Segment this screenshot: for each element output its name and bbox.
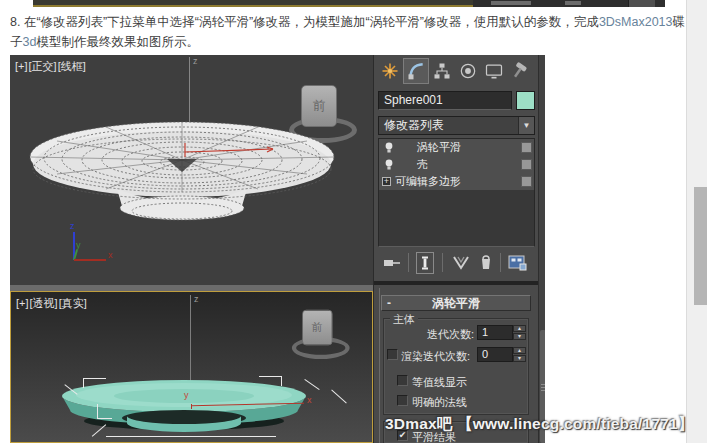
spinner-up-icon[interactable]: ▴ [513,325,526,332]
spinner-down-icon[interactable]: ▾ [513,333,526,340]
main-group: 主体 迭代次数: 1 ▴ ▾ 渲染迭代次数: 0 ▴ ▾ 等值线显 [383,318,529,415]
viewport-pov-menu[interactable]: [正交] [29,60,57,72]
isoline-display-checkbox[interactable] [397,375,408,386]
tab-display[interactable] [481,58,507,84]
iterations-spinner[interactable]: ▴ ▾ [513,325,526,340]
browser-scrollbar-thumb[interactable] [694,187,707,305]
axis-y-label: y [76,240,81,250]
utilities-icon [510,61,530,81]
step-text: 模型制作最终效果如图所示。 [36,35,199,49]
viewport-label: [+][正交][线框] [15,59,87,74]
stack-row-shell[interactable]: 壳 [379,156,534,173]
make-unique-icon[interactable] [452,255,470,271]
hierarchy-icon [432,61,452,81]
selection-bracket [106,436,276,437]
watermark: 3Dmax吧 【www.linecg.com/tieba/1771】 [385,414,675,435]
remove-modifier-icon[interactable] [478,254,494,271]
lightbulb-icon[interactable] [384,159,394,171]
stack-toolbar [378,251,535,275]
tutorial-step-text: 8. 在“修改器列表”下拉菜单中选择“涡轮平滑”修改器，为模型施加“涡轮平滑”修… [10,13,692,52]
selection-bracket [331,389,347,403]
tab-hierarchy[interactable] [429,58,455,84]
render-iterations-spinner[interactable]: ▴ ▾ [513,347,526,362]
render-iterations-checkbox[interactable] [387,349,398,360]
modify-icon [406,61,426,81]
step-text-latin: 3DsMa [599,15,639,29]
z-axis-label: z [193,56,198,66]
rollout-title: 涡轮平滑 [432,296,480,310]
collapse-icon[interactable]: - [387,296,391,310]
modifier-name: 涡轮平滑 [417,139,461,156]
selection-bracket [259,376,282,386]
modifier-name: 可编辑多边形 [395,173,461,190]
previous-viewport-edge [33,0,473,7]
chevron-down-icon[interactable]: ▼ [518,117,534,134]
viewport-perspective[interactable]: [+][透视][真实] z 前 [10,291,373,443]
expand-icon[interactable]: + [382,177,391,186]
configure-modifier-sets-icon[interactable] [508,254,527,271]
selection-bracket [83,378,106,388]
pin-stack-icon[interactable] [382,256,402,270]
render-iterations-field[interactable]: 0 [477,347,513,362]
isoline-display-label: 等值线显示 [412,375,467,390]
spinner-down-icon[interactable]: ▾ [513,355,526,362]
stack-toggle[interactable] [521,142,532,153]
iterations-field[interactable]: 1 [477,325,513,340]
viewport-orthographic[interactable]: [+][正交][线框] z 前 [10,55,373,285]
panel-scrollbar[interactable] [538,55,545,443]
object-name-field[interactable]: Sphere001 [378,91,512,110]
stack-toggle[interactable] [521,159,532,170]
selection-bracket [97,404,112,419]
viewport-label: [+][透视][真实] [16,296,88,311]
stack-toggle[interactable] [521,176,532,187]
display-icon [484,61,504,81]
iterations-label: 迭代次数: [386,327,474,342]
3dsmax-screenshot: [+][正交][线框] z 前 [10,55,545,443]
viewcube[interactable]: 前 [291,308,345,361]
gizmo-y-label: y [184,390,189,400]
viewport-general-menu[interactable]: [+] [16,297,29,309]
tab-motion[interactable] [455,58,481,84]
browser-scrollbar[interactable] [686,0,707,443]
tab-create[interactable] [377,58,403,84]
spinner-fragment [628,0,655,7]
axis-x-label: x [108,250,113,260]
step-text-latin: 3d [23,35,37,49]
command-panel: Sphere001 修改器列表 ▼ 涡轮平滑 壳 [373,55,545,443]
turbosmooth-rollout-header[interactable]: - 涡轮平滑 [381,295,531,311]
motion-icon [458,61,478,81]
panel-fragment [565,1,581,5]
explicit-normals-checkbox[interactable] [397,395,408,406]
modifier-stack-list: 涡轮平滑 壳 + 可编辑多边形 [378,138,535,247]
tab-utilities[interactable] [507,58,533,84]
step-text: 8. 在“修改器列表”下拉菜单中选择“涡轮平滑”修改器，为模型施加“涡轮平滑”修… [10,15,599,29]
viewport-pov-menu[interactable]: [透视] [30,297,58,309]
explicit-normals-label: 明确的法线 [412,395,467,410]
viewcube-label: 前 [312,320,323,335]
gizmo-x-label: x [307,395,312,405]
panel-fragment [491,1,531,5]
tab-modify[interactable] [403,58,429,84]
object-color-swatch[interactable] [516,91,535,110]
viewcube-front-face[interactable]: 前 [302,310,333,346]
gizmo-y-tick [191,404,192,409]
viewport-shading-menu[interactable]: [线框] [58,60,86,72]
group-label: 主体 [390,312,418,327]
create-icon [380,61,400,81]
axis-z-label: z [70,221,75,231]
lightbulb-icon[interactable] [384,142,394,154]
modifier-list-label: 修改器列表 [384,118,444,132]
modifier-name: 壳 [417,156,428,173]
z-axis-label: z [194,294,199,304]
stack-row-editable-poly[interactable]: + 可编辑多边形 [379,173,534,190]
viewport-shading-menu[interactable]: [真实] [59,297,87,309]
command-panel-tabs [377,58,533,84]
stack-row-turbosmooth[interactable]: 涡轮平滑 [379,139,534,156]
previous-panel-edge [473,0,665,7]
modifier-list-dropdown[interactable]: 修改器列表 ▼ [378,116,535,135]
spinner-up-icon[interactable]: ▴ [513,347,526,354]
step-text-latin: x2013 [638,15,672,29]
world-axis-tripod: z y x [60,220,120,275]
viewport-general-menu[interactable]: [+] [15,60,28,72]
show-end-result-icon[interactable] [416,252,434,274]
